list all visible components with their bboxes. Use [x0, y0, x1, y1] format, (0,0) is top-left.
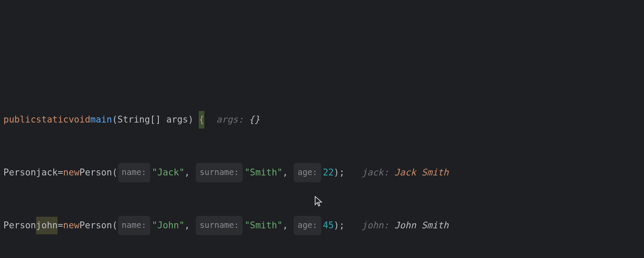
keyword-void: void	[69, 111, 91, 129]
paren: (	[112, 111, 118, 129]
string-literal: "John"	[152, 217, 185, 234]
string-literal: "Smith"	[244, 217, 283, 234]
type-ref: Person	[3, 164, 36, 181]
type-ref: Person	[3, 217, 36, 234]
keyword-new: new	[63, 217, 79, 234]
inlay-jack: jack: Jack Smith	[362, 164, 449, 181]
keyword-public: public	[3, 111, 36, 129]
ctor-name: Person	[79, 164, 112, 181]
string-literal: "Smith"	[244, 164, 283, 181]
ctor-name: Person	[79, 217, 112, 234]
code-line[interactable]: Person jack = new Person(name:"Jack", su…	[0, 164, 644, 181]
number-literal: 45	[323, 217, 334, 234]
keyword-new: new	[63, 164, 79, 181]
param-hint-age: age:	[294, 216, 321, 235]
var-name: jack	[36, 164, 58, 181]
inlay-john: john: John Smith	[362, 217, 449, 234]
param-hint-age: age:	[294, 163, 321, 182]
number-literal: 22	[323, 164, 334, 181]
string-literal: "Jack"	[152, 164, 185, 181]
keyword-static: static	[36, 111, 69, 129]
code-line[interactable]: Person john = new Person(name:"John", su…	[0, 217, 644, 234]
param-hint-surname: surname:	[196, 163, 243, 182]
code-editor[interactable]: public static void main(String[] args) {…	[0, 71, 644, 258]
inlay-args: args: {}	[216, 111, 260, 129]
param-decl: String[] args	[118, 111, 188, 129]
method-name: main	[90, 111, 112, 129]
op-eq: =	[58, 164, 63, 181]
var-name: john	[36, 217, 58, 234]
param-hint-name: name:	[118, 163, 150, 182]
code-line[interactable]: public static void main(String[] args) {…	[0, 111, 644, 129]
brace-open: {	[199, 111, 204, 129]
paren: )	[188, 111, 199, 129]
param-hint-name: name:	[118, 216, 150, 235]
param-hint-surname: surname:	[196, 216, 243, 235]
